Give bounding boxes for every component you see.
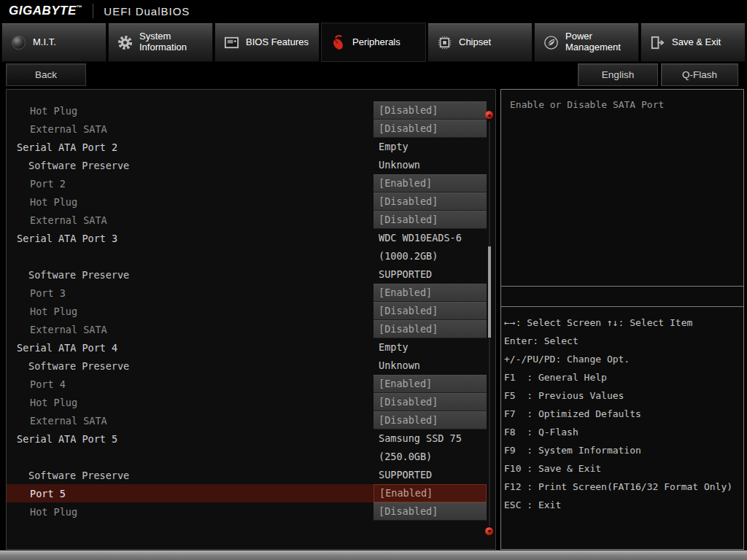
tab-system-information[interactable]: System Information <box>108 23 213 62</box>
setting-label: Hot Plug <box>7 306 374 317</box>
setting-value[interactable]: [Enabled] <box>374 484 487 502</box>
settings-row[interactable]: Hot Plug [Disabled] <box>7 101 487 120</box>
settings-row[interactable]: External SATA [Disabled] <box>7 320 487 338</box>
settings-row[interactable]: Serial ATA Port 3 WDC WD10EADS-6 <box>7 229 487 247</box>
scrollbar-thumb[interactable] <box>488 246 491 338</box>
bios-screen: GIGABYTE™ UEFI DualBIOS M.I.T. System In… <box>0 0 747 560</box>
setting-value: SUPPORTED <box>374 466 487 484</box>
peripherals-icon <box>328 33 347 52</box>
setting-label: External SATA <box>7 415 374 427</box>
settings-row[interactable]: External SATA [Disabled] <box>7 411 487 429</box>
help-key-line: F10 : Save & Exit <box>504 459 740 478</box>
scroll-down-icon[interactable] <box>485 527 493 535</box>
settings-row[interactable]: (1000.2GB) <box>7 247 487 265</box>
tab-bios-features[interactable]: BIOS Features <box>214 23 320 62</box>
window-frame-bottom <box>0 550 747 560</box>
setting-label: Serial ATA Port 3 <box>7 233 374 244</box>
setting-value[interactable]: [Disabled] <box>374 192 487 211</box>
setting-value[interactable]: [Disabled] <box>374 302 487 320</box>
settings-row[interactable]: Hot Plug [Disabled] <box>7 192 487 211</box>
settings-row[interactable]: Port 4 [Enabled] <box>7 375 487 393</box>
qflash-button[interactable]: Q-Flash <box>661 63 738 86</box>
settings-row[interactable]: Hot Plug [Disabled] <box>7 393 487 411</box>
setting-value[interactable]: [Disabled] <box>374 411 487 429</box>
setting-value: (250.0GB) <box>374 448 487 466</box>
setting-label: Serial ATA Port 5 <box>7 433 374 445</box>
tab-mit[interactable]: M.I.T. <box>1 23 107 62</box>
tab-label: M.I.T. <box>33 37 56 48</box>
settings-row[interactable]: Serial ATA Port 4 Empty <box>7 338 487 357</box>
tab-label: BIOS Features <box>246 37 309 48</box>
scrollbar[interactable] <box>485 90 494 549</box>
setting-label: Software Preserve <box>7 360 374 372</box>
settings-row[interactable]: Software Preserve Unknown <box>7 357 487 375</box>
top-bar: GIGABYTE™ UEFI DualBIOS <box>0 0 747 22</box>
setting-value[interactable]: [Enabled] <box>374 284 487 302</box>
settings-row[interactable]: Software Preserve SUPPORTED <box>7 466 487 484</box>
settings-row[interactable]: Software Preserve Unknown <box>7 156 487 174</box>
help-description: Enable or Disable SATA Port <box>501 90 743 287</box>
setting-value: Unknown <box>374 156 487 174</box>
chipset-icon <box>435 33 454 52</box>
setting-label: Hot Plug <box>7 105 374 117</box>
setting-value[interactable]: [Enabled] <box>374 375 487 393</box>
tab-power-management[interactable]: Power Management <box>534 23 639 62</box>
settings-row[interactable]: (250.0GB) <box>7 448 487 466</box>
settings-row[interactable]: Serial ATA Port 5 Samsung SSD 75 <box>7 429 487 448</box>
settings-row[interactable]: External SATA [Disabled] <box>7 211 487 229</box>
setting-label: External SATA <box>7 214 374 226</box>
settings-list: Hot Plug [Disabled] External SATA [Disab… <box>7 90 495 521</box>
setting-label: Hot Plug <box>7 506 374 518</box>
main-area: Hot Plug [Disabled] External SATA [Disab… <box>0 89 747 550</box>
settings-row[interactable]: Port 2 [Enabled] <box>7 174 487 192</box>
settings-row[interactable]: Port 5 [Enabled] <box>7 484 487 502</box>
tab-label: System Information <box>139 31 202 53</box>
tab-label: Save & Exit <box>672 37 721 48</box>
help-key-line: ESC : Exit <box>504 496 740 514</box>
settings-row[interactable]: Hot Plug [Disabled] <box>7 302 487 320</box>
back-button[interactable]: Back <box>6 63 86 86</box>
tab-label: Peripherals <box>352 37 400 48</box>
help-keys: ←→: Select Screen ↑↓: Select ItemEnter: … <box>501 307 743 514</box>
settings-row[interactable]: External SATA [Disabled] <box>7 120 487 138</box>
setting-label: Software Preserve <box>7 470 374 481</box>
help-key-line: ←→: Select Screen ↑↓: Select Item <box>504 314 740 332</box>
mit-icon <box>9 33 28 52</box>
tab-chipset[interactable]: Chipset <box>427 23 533 62</box>
help-key-line: F8 : Q-Flash <box>504 423 740 441</box>
settings-row[interactable]: Hot Plug [Disabled] <box>7 502 487 521</box>
setting-label: External SATA <box>7 324 374 335</box>
language-button[interactable]: English <box>578 63 658 86</box>
setting-label: Serial ATA Port 2 <box>7 141 374 153</box>
setting-value: Unknown <box>374 357 487 375</box>
setting-value: SUPPORTED <box>374 265 487 284</box>
settings-row[interactable]: Port 3 [Enabled] <box>7 284 487 302</box>
setting-value[interactable]: [Disabled] <box>374 101 487 120</box>
help-key-line: F1 : General Help <box>504 368 740 386</box>
help-panel: Enable or Disable SATA Port ←→: Select S… <box>500 89 744 550</box>
scroll-up-icon[interactable] <box>485 111 493 119</box>
setting-label: Serial ATA Port 4 <box>7 342 374 354</box>
trademark-symbol: ™ <box>77 4 83 11</box>
setting-value[interactable]: [Disabled] <box>374 211 487 229</box>
setting-value[interactable]: [Disabled] <box>374 502 487 521</box>
setting-value: Empty <box>374 338 487 357</box>
tab-save-exit[interactable]: Save & Exit <box>640 23 746 62</box>
tab-label: Chipset <box>459 37 491 48</box>
setting-value[interactable]: [Enabled] <box>374 174 487 192</box>
settings-row[interactable]: Software Preserve SUPPORTED <box>7 265 487 284</box>
setting-value[interactable]: [Disabled] <box>374 120 487 138</box>
setting-label: Hot Plug <box>7 196 374 208</box>
system-information-icon <box>115 33 134 52</box>
setting-label: Software Preserve <box>7 269 374 281</box>
help-key-line: F7 : Optimized Defaults <box>504 405 740 423</box>
bios-features-icon <box>222 33 241 52</box>
setting-label: Software Preserve <box>7 160 374 171</box>
setting-label: Port 3 <box>7 287 374 299</box>
tab-peripherals[interactable]: Peripherals <box>321 23 426 62</box>
save-exit-icon <box>648 33 667 52</box>
setting-value[interactable]: [Disabled] <box>374 393 487 411</box>
setting-value: Empty <box>374 138 487 156</box>
setting-value[interactable]: [Disabled] <box>374 320 487 338</box>
settings-row[interactable]: Serial ATA Port 2 Empty <box>7 138 487 156</box>
